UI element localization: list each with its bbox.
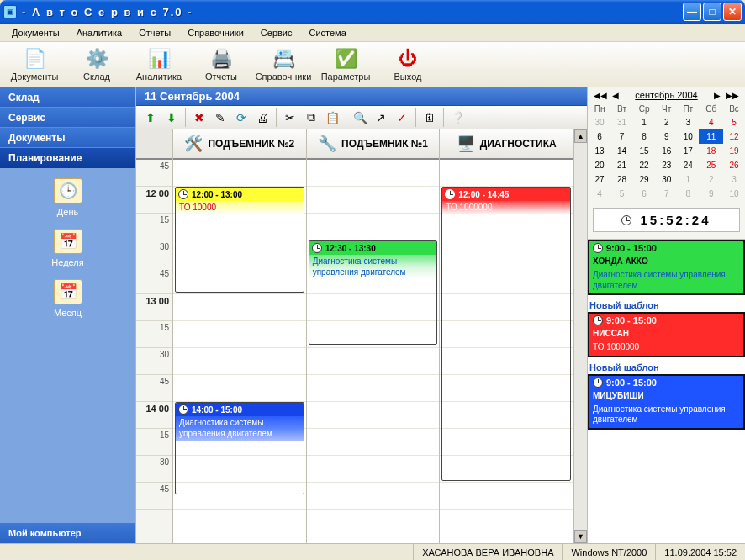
calendar-day[interactable]: 9 <box>699 187 723 201</box>
calendar-day[interactable]: 12 <box>723 129 745 144</box>
next-icon[interactable]: ⬇ <box>162 108 181 127</box>
find-icon[interactable]: 🔍 <box>351 108 369 127</box>
calendar-title[interactable]: сентябрь 2004 <box>635 90 697 100</box>
edit-icon[interactable]: ✎ <box>211 108 230 127</box>
prev-icon[interactable]: ⬆ <box>141 108 160 127</box>
appointment[interactable]: 12:00 - 14:45ТО 1000000 <box>441 187 571 481</box>
calendar-day[interactable]: 4 <box>699 115 723 129</box>
sidebar-section-documents[interactable]: Документы <box>0 128 135 148</box>
vertical-scrollbar[interactable]: ▲ ▼ <box>573 129 587 543</box>
calendar-day[interactable]: 31 <box>611 115 632 129</box>
menu-documents[interactable]: Документы <box>5 26 66 40</box>
toolbar-analytics[interactable]: 📊 Аналитика <box>129 44 188 86</box>
menu-analytics[interactable]: Аналитика <box>70 26 129 40</box>
appointment[interactable]: 14:00 - 15:00Диагностика системы управле… <box>175 402 304 494</box>
calendar-day[interactable]: 5 <box>611 187 632 201</box>
appointment[interactable]: 12:30 - 13:30Диагностика системы управле… <box>309 240 438 345</box>
sidebar-item-day[interactable]: 🕒 День <box>54 178 82 217</box>
calendar-day[interactable]: 24 <box>677 158 699 172</box>
menu-reference[interactable]: Справочники <box>181 26 251 40</box>
calendar-day[interactable]: 21 <box>611 158 632 172</box>
calendar-day[interactable]: 27 <box>588 172 611 187</box>
appointment-time: 14:00 - 15:00 <box>192 405 242 415</box>
calendar-day[interactable]: 14 <box>611 144 632 158</box>
cal-next-year-icon[interactable]: ▶▶ <box>723 91 742 100</box>
calendar-day[interactable]: 16 <box>656 144 677 158</box>
template-item[interactable]: 9:00 - 15:00ХОНДА АККОДиагностика систем… <box>588 240 745 295</box>
check-icon[interactable]: ✓ <box>393 108 411 127</box>
paste-icon[interactable]: 📋 <box>323 108 341 127</box>
copy-icon[interactable]: ⧉ <box>302 108 320 127</box>
calendar-day[interactable]: 22 <box>632 158 656 172</box>
calendar-day[interactable]: 7 <box>656 187 677 201</box>
calendar-day[interactable]: 13 <box>588 144 611 158</box>
calendar-day[interactable]: 1 <box>677 172 699 187</box>
calendar-day[interactable]: 28 <box>611 172 632 187</box>
calendar-day[interactable]: 6 <box>632 187 656 201</box>
calendar-day[interactable]: 10 <box>723 187 745 201</box>
calendar-day[interactable]: 18 <box>699 144 723 158</box>
cal-next-month-icon[interactable]: ▶ <box>711 91 723 100</box>
toolbar-warehouse[interactable]: ⚙️ Склад <box>67 44 126 86</box>
calendar-day[interactable]: 8 <box>632 129 656 144</box>
calendar-day[interactable]: 17 <box>677 144 699 158</box>
calendar-day[interactable]: 5 <box>723 115 745 129</box>
cut-icon[interactable]: ✂ <box>281 108 299 127</box>
calendar-day[interactable]: 26 <box>723 158 745 172</box>
calendar-day[interactable]: 20 <box>588 158 611 172</box>
menu-system[interactable]: Система <box>303 26 353 40</box>
calendar-day[interactable]: 10 <box>677 129 699 144</box>
calendar-day[interactable]: 8 <box>677 187 699 201</box>
sidebar-section-service[interactable]: Сервис <box>0 108 135 128</box>
calendar-day[interactable]: 3 <box>677 115 699 129</box>
help-icon[interactable]: ❔ <box>448 108 467 127</box>
maximize-button[interactable]: □ <box>703 3 721 21</box>
calendar-day[interactable]: 29 <box>632 172 656 187</box>
sidebar-item-week[interactable]: 📅 Неделя <box>51 229 83 267</box>
app-icon: ▣ <box>3 5 17 18</box>
calendar-day[interactable]: 2 <box>656 115 677 129</box>
toolbar-exit[interactable]: ⏻ Выход <box>378 44 437 86</box>
calendar-day[interactable]: 6 <box>588 129 611 144</box>
calendar-day[interactable]: 4 <box>588 187 611 201</box>
resource-header[interactable]: 🛠️ПОДЪЕМНИК №2 <box>173 129 306 160</box>
toolbar-reference[interactable]: 📇 Справочники <box>254 44 313 86</box>
calendar-day[interactable]: 2 <box>699 172 723 187</box>
goto-icon[interactable]: ↗ <box>372 108 390 127</box>
calendar-day[interactable]: 11 <box>699 129 723 144</box>
toolbar-reports[interactable]: 🖨️ Отчеты <box>192 44 251 86</box>
template-item[interactable]: 9:00 - 15:00МИЦУБИШИДиагностика системы … <box>588 374 745 430</box>
print-icon[interactable]: 🖨 <box>253 108 272 127</box>
toolbar-documents[interactable]: 📄 Документы <box>5 44 64 86</box>
resource-header[interactable]: 🖥️ДИАГНОСТИКА <box>440 129 573 160</box>
calendar-day[interactable]: 25 <box>699 158 723 172</box>
menu-service[interactable]: Сервис <box>254 26 299 40</box>
sidebar-section-planning[interactable]: Планирование <box>0 148 135 168</box>
cal-prev-month-icon[interactable]: ◀ <box>610 91 621 100</box>
scroll-up-icon[interactable]: ▲ <box>574 129 587 143</box>
calendar-day[interactable]: 30 <box>656 172 677 187</box>
template-item[interactable]: 9:00 - 15:00НИССАНТО 1000000 <box>588 312 745 357</box>
calendar-day[interactable]: 3 <box>723 172 745 187</box>
calendar-day[interactable]: 19 <box>723 144 745 158</box>
minimize-button[interactable]: — <box>683 3 701 21</box>
calendar-day[interactable]: 9 <box>656 129 677 144</box>
sidebar-section-warehouse[interactable]: Склад <box>0 87 135 108</box>
calendar-day[interactable]: 15 <box>632 144 656 158</box>
calendar-day[interactable]: 1 <box>632 115 656 129</box>
close-button[interactable]: ✕ <box>723 3 742 21</box>
cancel-icon[interactable]: ✖ <box>190 108 209 127</box>
refresh-icon[interactable]: ⟳ <box>232 108 251 127</box>
toolbar-params[interactable]: ✅ Параметры <box>316 44 375 86</box>
appointment[interactable]: 12:00 - 13:00ТО 10000 <box>175 187 304 293</box>
scroll-down-icon[interactable]: ▼ <box>574 530 587 543</box>
resource-header[interactable]: 🔧ПОДЪЕМНИК №1 <box>307 129 440 160</box>
menu-reports[interactable]: Отчеты <box>132 26 177 40</box>
calc-icon[interactable]: 🗓 <box>420 108 439 127</box>
sidebar-footer-mycomputer[interactable]: Мой компьютер <box>0 523 135 543</box>
cal-prev-year-icon[interactable]: ◀◀ <box>591 91 610 100</box>
calendar-day[interactable]: 7 <box>611 129 632 144</box>
calendar-day[interactable]: 30 <box>588 115 611 129</box>
calendar-day[interactable]: 23 <box>656 158 677 172</box>
sidebar-item-month[interactable]: 📅 Месяц <box>54 279 82 318</box>
